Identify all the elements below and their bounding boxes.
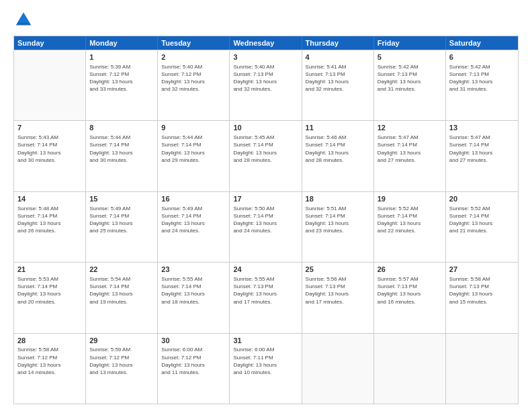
day-number: 3 xyxy=(233,52,298,62)
calendar-cell: 25Sunrise: 5:56 AM Sunset: 7:13 PM Dayli… xyxy=(302,263,374,332)
cell-info: Sunrise: 5:47 AM Sunset: 7:14 PM Dayligh… xyxy=(449,134,515,164)
cell-info: Sunrise: 5:57 AM Sunset: 7:13 PM Dayligh… xyxy=(378,275,442,306)
day-number: 21 xyxy=(17,265,82,275)
calendar-cell: 7Sunrise: 5:43 AM Sunset: 7:14 PM Daylig… xyxy=(14,121,86,191)
calendar-cell: 26Sunrise: 5:57 AM Sunset: 7:13 PM Dayli… xyxy=(374,263,446,332)
cell-info: Sunrise: 5:44 AM Sunset: 7:14 PM Dayligh… xyxy=(161,134,226,164)
calendar-row: 14Sunrise: 5:48 AM Sunset: 7:14 PM Dayli… xyxy=(14,191,518,262)
logo-icon xyxy=(13,10,34,30)
cell-info: Sunrise: 5:55 AM Sunset: 7:14 PM Dayligh… xyxy=(161,275,226,306)
calendar-body: 1Sunrise: 5:39 AM Sunset: 7:12 PM Daylig… xyxy=(14,50,518,404)
day-number: 15 xyxy=(89,194,154,204)
day-number: 27 xyxy=(449,265,515,275)
page: SundayMondayTuesdayWednesdayThursdayFrid… xyxy=(0,0,532,411)
cell-info: Sunrise: 5:44 AM Sunset: 7:14 PM Dayligh… xyxy=(89,134,154,164)
header-day: Saturday xyxy=(446,36,518,50)
calendar-cell: 2Sunrise: 5:40 AM Sunset: 7:12 PM Daylig… xyxy=(158,50,230,120)
day-number: 8 xyxy=(89,123,154,133)
day-number: 28 xyxy=(17,336,82,346)
cell-info: Sunrise: 5:49 AM Sunset: 7:14 PM Dayligh… xyxy=(89,205,154,235)
day-number: 2 xyxy=(161,52,226,62)
day-number: 19 xyxy=(378,194,442,204)
day-number: 1 xyxy=(89,52,154,62)
calendar: SundayMondayTuesdayWednesdayThursdayFrid… xyxy=(13,36,519,404)
calendar-header: SundayMondayTuesdayWednesdayThursdayFrid… xyxy=(14,36,518,50)
day-number: 18 xyxy=(306,194,370,204)
calendar-cell xyxy=(446,334,518,404)
calendar-cell: 22Sunrise: 5:54 AM Sunset: 7:14 PM Dayli… xyxy=(86,263,158,332)
calendar-row: 21Sunrise: 5:53 AM Sunset: 7:14 PM Dayli… xyxy=(14,262,518,332)
cell-info: Sunrise: 5:42 AM Sunset: 7:13 PM Dayligh… xyxy=(378,63,442,93)
header-day: Friday xyxy=(374,36,446,50)
day-number: 20 xyxy=(449,194,515,204)
cell-info: Sunrise: 5:51 AM Sunset: 7:14 PM Dayligh… xyxy=(306,205,370,235)
cell-info: Sunrise: 5:46 AM Sunset: 7:14 PM Dayligh… xyxy=(306,134,370,164)
calendar-cell xyxy=(14,50,86,120)
calendar-cell: 23Sunrise: 5:55 AM Sunset: 7:14 PM Dayli… xyxy=(158,263,230,332)
day-number: 17 xyxy=(233,194,298,204)
cell-info: Sunrise: 5:42 AM Sunset: 7:13 PM Dayligh… xyxy=(449,63,515,93)
calendar-cell: 19Sunrise: 5:52 AM Sunset: 7:14 PM Dayli… xyxy=(374,192,446,262)
day-number: 25 xyxy=(306,265,370,275)
header-day: Thursday xyxy=(302,36,374,50)
cell-info: Sunrise: 5:52 AM Sunset: 7:14 PM Dayligh… xyxy=(378,205,442,235)
calendar-cell: 11Sunrise: 5:46 AM Sunset: 7:14 PM Dayli… xyxy=(302,121,374,191)
calendar-cell: 8Sunrise: 5:44 AM Sunset: 7:14 PM Daylig… xyxy=(86,121,158,191)
cell-info: Sunrise: 5:50 AM Sunset: 7:14 PM Dayligh… xyxy=(233,205,298,235)
calendar-cell: 1Sunrise: 5:39 AM Sunset: 7:12 PM Daylig… xyxy=(86,50,158,120)
cell-info: Sunrise: 5:45 AM Sunset: 7:14 PM Dayligh… xyxy=(233,134,298,164)
calendar-cell xyxy=(302,334,374,404)
header-day: Sunday xyxy=(14,36,86,50)
cell-info: Sunrise: 5:59 AM Sunset: 7:12 PM Dayligh… xyxy=(89,346,154,376)
calendar-cell: 15Sunrise: 5:49 AM Sunset: 7:14 PM Dayli… xyxy=(86,192,158,262)
cell-info: Sunrise: 5:40 AM Sunset: 7:12 PM Dayligh… xyxy=(161,63,226,93)
calendar-cell: 27Sunrise: 5:58 AM Sunset: 7:13 PM Dayli… xyxy=(446,263,518,332)
day-number: 31 xyxy=(233,336,298,346)
calendar-row: 1Sunrise: 5:39 AM Sunset: 7:12 PM Daylig… xyxy=(14,50,518,120)
calendar-cell: 10Sunrise: 5:45 AM Sunset: 7:14 PM Dayli… xyxy=(230,121,302,191)
cell-info: Sunrise: 5:54 AM Sunset: 7:14 PM Dayligh… xyxy=(89,275,154,306)
logo xyxy=(13,10,36,30)
calendar-cell: 20Sunrise: 5:52 AM Sunset: 7:14 PM Dayli… xyxy=(446,192,518,262)
day-number: 7 xyxy=(17,123,82,133)
day-number: 24 xyxy=(233,265,298,275)
calendar-cell: 6Sunrise: 5:42 AM Sunset: 7:13 PM Daylig… xyxy=(446,50,518,120)
day-number: 10 xyxy=(233,123,298,133)
day-number: 23 xyxy=(161,265,226,275)
cell-info: Sunrise: 5:47 AM Sunset: 7:14 PM Dayligh… xyxy=(378,134,442,164)
calendar-cell: 3Sunrise: 5:40 AM Sunset: 7:13 PM Daylig… xyxy=(230,50,302,120)
calendar-row: 7Sunrise: 5:43 AM Sunset: 7:14 PM Daylig… xyxy=(14,120,518,191)
day-number: 9 xyxy=(161,123,226,133)
cell-info: Sunrise: 5:53 AM Sunset: 7:14 PM Dayligh… xyxy=(17,275,82,306)
calendar-cell: 24Sunrise: 5:55 AM Sunset: 7:13 PM Dayli… xyxy=(230,263,302,332)
cell-info: Sunrise: 5:40 AM Sunset: 7:13 PM Dayligh… xyxy=(233,63,298,93)
day-number: 16 xyxy=(161,194,226,204)
day-number: 11 xyxy=(306,123,370,133)
svg-marker-1 xyxy=(17,13,30,23)
calendar-cell: 13Sunrise: 5:47 AM Sunset: 7:14 PM Dayli… xyxy=(446,121,518,191)
day-number: 26 xyxy=(378,265,442,275)
calendar-cell: 18Sunrise: 5:51 AM Sunset: 7:14 PM Dayli… xyxy=(302,192,374,262)
cell-info: Sunrise: 5:52 AM Sunset: 7:14 PM Dayligh… xyxy=(449,205,515,235)
calendar-cell: 16Sunrise: 5:49 AM Sunset: 7:14 PM Dayli… xyxy=(158,192,230,262)
calendar-cell: 5Sunrise: 5:42 AM Sunset: 7:13 PM Daylig… xyxy=(374,50,446,120)
cell-info: Sunrise: 5:56 AM Sunset: 7:13 PM Dayligh… xyxy=(306,275,370,306)
calendar-cell: 28Sunrise: 5:58 AM Sunset: 7:12 PM Dayli… xyxy=(14,334,86,404)
cell-info: Sunrise: 6:00 AM Sunset: 7:12 PM Dayligh… xyxy=(161,346,226,376)
calendar-cell: 17Sunrise: 5:50 AM Sunset: 7:14 PM Dayli… xyxy=(230,192,302,262)
calendar-row: 28Sunrise: 5:58 AM Sunset: 7:12 PM Dayli… xyxy=(14,333,518,404)
cell-info: Sunrise: 5:58 AM Sunset: 7:12 PM Dayligh… xyxy=(17,346,82,376)
day-number: 22 xyxy=(89,265,154,275)
day-number: 14 xyxy=(17,194,82,204)
header xyxy=(13,10,519,30)
calendar-cell: 14Sunrise: 5:48 AM Sunset: 7:14 PM Dayli… xyxy=(14,192,86,262)
calendar-cell: 21Sunrise: 5:53 AM Sunset: 7:14 PM Dayli… xyxy=(14,263,86,332)
day-number: 30 xyxy=(161,336,226,346)
header-day: Wednesday xyxy=(230,36,302,50)
cell-info: Sunrise: 5:55 AM Sunset: 7:13 PM Dayligh… xyxy=(233,275,298,306)
calendar-cell xyxy=(374,334,446,404)
cell-info: Sunrise: 5:41 AM Sunset: 7:13 PM Dayligh… xyxy=(306,63,370,93)
header-day: Monday xyxy=(86,36,158,50)
calendar-cell: 31Sunrise: 6:00 AM Sunset: 7:11 PM Dayli… xyxy=(230,334,302,404)
cell-info: Sunrise: 6:00 AM Sunset: 7:11 PM Dayligh… xyxy=(233,346,298,376)
